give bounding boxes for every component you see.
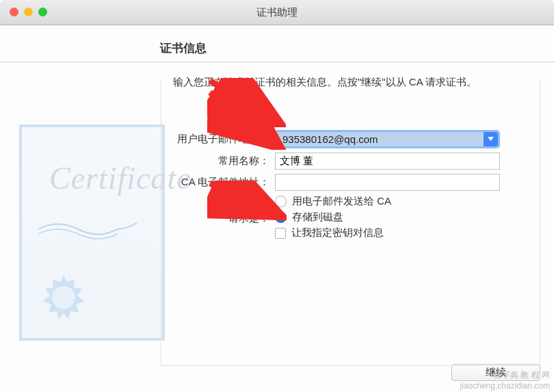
watermark: 查字典 教 程 网 jiaocheng.chazidian.com	[460, 369, 550, 391]
radio-save-disk[interactable]: 存储到磁盘	[275, 211, 513, 224]
seal-icon	[40, 274, 88, 322]
checkbox-keypair[interactable]: 让我指定密钥对信息	[275, 226, 513, 239]
radio-email-ca[interactable]: 用电子邮件发送给 CA	[275, 195, 513, 208]
annotation-arrow-icon	[207, 181, 287, 220]
window-controls	[10, 8, 47, 16]
minimize-icon[interactable]	[24, 8, 33, 16]
section-heading: 证书信息	[0, 25, 554, 56]
common-name-label: 常用名称：	[0, 155, 275, 168]
svg-line-8	[210, 183, 274, 213]
checkbox-icon	[275, 228, 286, 239]
window-content: Certificate 证书信息 输入您正在请求的证书的相关信息。点按"继续"以…	[0, 25, 554, 392]
titlebar: 证书助理	[0, 0, 554, 25]
annotation-arrow-icon	[207, 90, 286, 150]
ca-email-input[interactable]	[275, 174, 500, 191]
email-combobox[interactable]: 935380162@qq.com	[275, 130, 500, 148]
svg-line-6	[210, 92, 274, 143]
svg-point-1	[52, 286, 75, 309]
common-name-input[interactable]	[275, 153, 500, 170]
chevron-down-icon[interactable]	[484, 132, 498, 146]
svg-marker-2	[488, 137, 494, 141]
close-icon[interactable]	[10, 8, 18, 16]
window-title: 证书助理	[256, 6, 298, 19]
certificate-assistant-window: 证书助理 Certificate 证书信息 输入您正在请求的证书的相关信息。点按…	[0, 0, 554, 392]
maximize-icon[interactable]	[38, 8, 47, 16]
email-value: 935380162@qq.com	[277, 132, 484, 146]
